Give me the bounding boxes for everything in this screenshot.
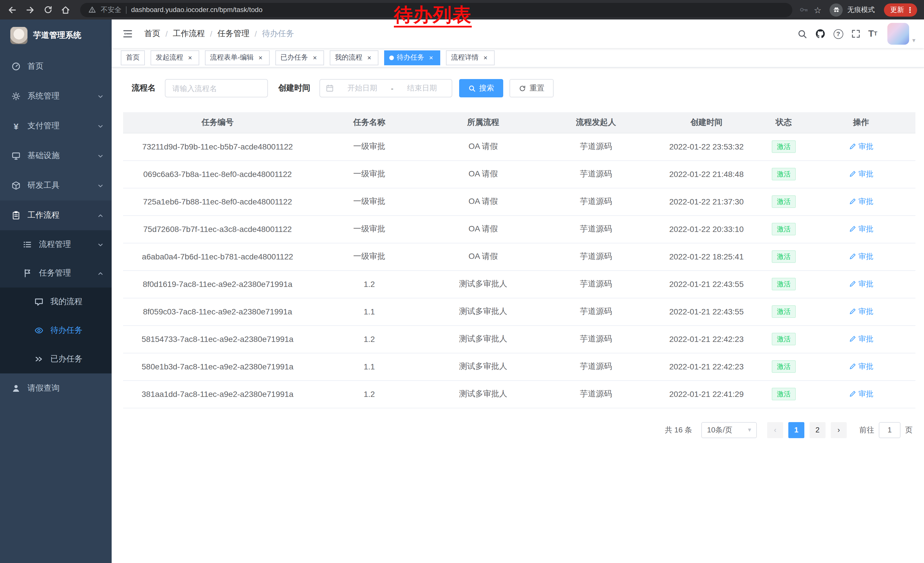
sidebar-item-label: 研发工具: [27, 180, 60, 191]
security-warning-icon[interactable]: [88, 6, 96, 14]
tab-process-form-edit[interactable]: 流程表单-编辑 ×: [205, 50, 270, 65]
cell-process-starter: 芋道源码: [540, 188, 652, 215]
col-status: 状态: [761, 112, 807, 133]
col-actions: 操作: [807, 112, 915, 133]
reset-button[interactable]: 重置: [510, 79, 554, 98]
next-page-button[interactable]: ›: [831, 422, 847, 438]
cell-create-time: 2022-01-21 22:43:55: [652, 298, 761, 325]
tab-process-detail[interactable]: 流程详情 ×: [446, 50, 495, 65]
approve-link-label: 审批: [858, 197, 873, 207]
approve-link[interactable]: 审批: [849, 224, 873, 234]
browser-forward-icon[interactable]: [22, 2, 38, 18]
user-menu[interactable]: ▾: [888, 23, 915, 45]
browser-reload-icon[interactable]: [40, 2, 56, 18]
reset-button-label: 重置: [530, 83, 544, 93]
tab-todo-tasks[interactable]: 待办任务 ×: [384, 50, 440, 65]
list-icon: [23, 240, 32, 249]
fullscreen-icon[interactable]: [851, 29, 860, 38]
cell-actions: 审批: [807, 188, 915, 215]
table-row: 75d72608-7b7f-11ec-a3c8-acde48001122 一级审…: [123, 215, 915, 243]
sidebar-item-infrastructure[interactable]: 基础设施: [0, 141, 112, 171]
tab-close-icon[interactable]: ×: [427, 54, 435, 62]
search-button[interactable]: 搜索: [459, 79, 503, 98]
tab-close-icon[interactable]: ×: [311, 54, 319, 62]
prev-page-button[interactable]: ‹: [767, 422, 783, 438]
page-button-1[interactable]: 1: [788, 422, 804, 438]
cell-status: 激活: [761, 133, 807, 161]
tab-home[interactable]: 首页: [121, 50, 145, 65]
approve-link[interactable]: 审批: [849, 251, 873, 262]
breadcrumb-item[interactable]: 首页: [144, 29, 160, 39]
tab-close-icon[interactable]: ×: [186, 54, 194, 62]
approve-link[interactable]: 审批: [849, 389, 873, 399]
cell-task-id: a6aba0a4-7b6d-11ec-b781-acde48001122: [123, 243, 312, 270]
cell-create-time: 2022-01-22 21:48:48: [652, 161, 761, 188]
tab-my-processes[interactable]: 我的流程 ×: [330, 50, 378, 65]
sidebar-item-workflow[interactable]: 工作流程: [0, 200, 112, 230]
approve-link[interactable]: 审批: [849, 362, 873, 372]
incognito-badge: 无痕模式: [830, 3, 875, 17]
menu-dots-icon: ⋮: [906, 6, 914, 14]
chevron-down-icon: [98, 242, 104, 248]
cell-create-time: 2022-01-21 22:43:55: [652, 270, 761, 298]
status-badge: 激活: [772, 168, 796, 180]
col-task-id: 任务编号: [123, 112, 312, 133]
help-icon[interactable]: ?: [833, 29, 843, 39]
tab-close-icon[interactable]: ×: [256, 54, 264, 62]
tab-close-icon[interactable]: ×: [482, 54, 489, 62]
bookmark-star-icon[interactable]: ☆: [814, 6, 822, 14]
cell-status: 激活: [761, 353, 807, 380]
github-icon[interactable]: [815, 29, 825, 39]
end-date-placeholder: 结束日期: [398, 83, 446, 93]
process-name-input[interactable]: [165, 79, 268, 98]
date-range-picker[interactable]: 开始日期 - 结束日期: [320, 79, 452, 98]
tab-start-process[interactable]: 发起流程 ×: [151, 50, 199, 65]
sidebar-item-todo-tasks[interactable]: 待办任务: [0, 316, 112, 345]
edit-icon: [849, 308, 856, 315]
approve-link[interactable]: 审批: [849, 141, 873, 152]
goto-page-input[interactable]: [879, 422, 900, 438]
sidebar-item-label: 基础设施: [27, 151, 60, 161]
sidebar-toggle-icon[interactable]: [120, 26, 135, 41]
sidebar-item-done-tasks[interactable]: 已办任务: [0, 345, 112, 374]
cell-create-time: 2022-01-22 18:25:41: [652, 243, 761, 270]
sidebar-item-payment[interactable]: ¥ 支付管理: [0, 111, 112, 141]
approve-link[interactable]: 审批: [849, 197, 873, 207]
cell-actions: 审批: [807, 215, 915, 243]
breadcrumb-item[interactable]: 工作流程: [173, 29, 205, 39]
breadcrumb-item-current: 待办任务: [262, 29, 294, 39]
tab-close-icon[interactable]: ×: [365, 54, 373, 62]
search-icon[interactable]: [797, 29, 807, 39]
page-size-select[interactable]: 10条/页 ▾: [701, 422, 757, 438]
approve-link[interactable]: 审批: [849, 306, 873, 317]
page-button-2[interactable]: 2: [810, 422, 825, 438]
goto-unit-label: 页: [905, 425, 912, 435]
chevron-down-icon: [98, 182, 104, 189]
tab-label: 首页: [126, 53, 140, 62]
tab-done-tasks[interactable]: 已办任务 ×: [275, 50, 324, 65]
table-row: a6aba0a4-7b6d-11ec-b781-acde48001122 一级审…: [123, 243, 915, 270]
font-size-icon[interactable]: TT: [868, 29, 878, 38]
sidebar-item-process-management[interactable]: 流程管理: [0, 230, 112, 259]
cell-status: 激活: [761, 188, 807, 215]
browser-home-icon[interactable]: [58, 2, 73, 18]
sidebar-item-system[interactable]: 系统管理: [0, 81, 112, 111]
password-key-icon[interactable]: [799, 5, 808, 14]
breadcrumb-item[interactable]: 任务管理: [218, 29, 250, 39]
sidebar-item-leave-query[interactable]: 请假查询: [0, 374, 112, 403]
approve-link[interactable]: 审批: [849, 334, 873, 344]
sidebar-item-dev-tools[interactable]: 研发工具: [0, 171, 112, 200]
sidebar: 芋道管理系统 首页 系统管理 ¥ 支付管理: [0, 20, 112, 563]
active-tab-dot: [389, 55, 394, 60]
col-process-starter: 流程发起人: [540, 112, 652, 133]
update-button[interactable]: 更新 ⋮: [884, 3, 917, 17]
update-label: 更新: [890, 5, 904, 15]
approve-link[interactable]: 审批: [849, 279, 873, 289]
browser-back-icon[interactable]: [4, 2, 20, 18]
approve-link[interactable]: 审批: [849, 169, 873, 179]
sidebar-item-task-management[interactable]: 任务管理: [0, 259, 112, 288]
sidebar-item-my-processes[interactable]: 我的流程: [0, 288, 112, 316]
cell-process-name: OA 请假: [426, 161, 540, 188]
cell-task-id: 381aa1dd-7ac8-11ec-a9e2-a2380e71991a: [123, 380, 312, 408]
sidebar-item-home[interactable]: 首页: [0, 51, 112, 81]
